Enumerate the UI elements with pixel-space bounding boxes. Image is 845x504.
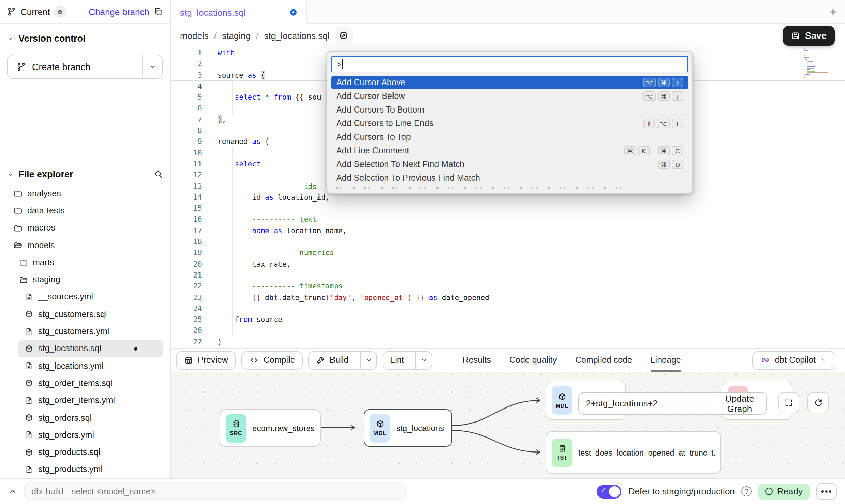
indent-guide xyxy=(232,169,233,181)
tab-lineage[interactable]: Lineage xyxy=(651,349,681,372)
text-caret xyxy=(342,59,343,69)
file-tree-item-staging[interactable]: staging xyxy=(0,271,170,288)
breadcrumb-part[interactable]: staging xyxy=(222,30,251,41)
file-tree-item-stg_customers-sql[interactable]: stg_customers.sql xyxy=(0,306,170,323)
create-branch-dropdown[interactable] xyxy=(142,55,162,78)
palette-item-label: Add Cursors To Bottom xyxy=(336,105,424,115)
code-line-19[interactable]: 19 ---------- numerics xyxy=(171,247,845,258)
code-line-20[interactable]: 20 tax_rate, xyxy=(171,258,845,269)
chevron-up-icon[interactable] xyxy=(8,487,17,496)
file-tree-item-stg_locations-yml[interactable]: stg_locations.yml xyxy=(0,357,170,375)
palette-item-add-selection-to-next-find-match[interactable]: Add Selection To Next Find Match⌘D xyxy=(331,158,688,171)
breadcrumb-part[interactable]: stg_locations.sql xyxy=(264,30,329,41)
tab-compiled-code[interactable]: Compiled code xyxy=(575,349,632,372)
fullscreen-button[interactable] xyxy=(778,392,799,413)
breadcrumb-parts: models/staging/stg_locations.sql xyxy=(180,30,329,41)
file-label: stg_order_items.yml xyxy=(38,396,115,405)
file-tree-item-__sources-yml[interactable]: __sources.yml xyxy=(0,288,170,306)
code-line-27[interactable]: 27) xyxy=(171,336,845,347)
code-line-15[interactable]: 15 xyxy=(171,203,845,214)
code-line-21[interactable]: 21 xyxy=(171,269,845,281)
palette-item-add-cursor-above[interactable]: Add Cursor Above⌥⌘↑ xyxy=(331,76,688,89)
tab-results[interactable]: Results xyxy=(463,349,491,372)
code-line-25[interactable]: 25 from source xyxy=(171,314,845,325)
file-tree-item-analyses[interactable]: analyses xyxy=(0,185,170,202)
code-line-18[interactable]: 18 xyxy=(171,236,845,247)
dbt-command-input[interactable] xyxy=(24,483,406,500)
change-branch-link[interactable]: Change branch xyxy=(89,6,149,17)
lineage-node-source[interactable]: SRC ecom.raw_stores xyxy=(220,409,321,447)
code-line-17[interactable]: 17 name as location_name, xyxy=(171,225,845,236)
preview-button[interactable]: Preview xyxy=(176,351,236,369)
clipped-text xyxy=(336,187,629,189)
new-tab-button[interactable] xyxy=(828,0,838,24)
update-graph-button[interactable]: Update Graph xyxy=(713,393,766,414)
help-icon[interactable]: ? xyxy=(742,486,752,496)
build-button[interactable]: Build xyxy=(309,351,377,369)
create-branch-button[interactable]: Create branch xyxy=(7,55,163,79)
ready-status-badge[interactable]: Ready xyxy=(759,483,810,500)
code-line-16[interactable]: 16 ---------- text xyxy=(171,214,845,225)
version-control-header[interactable]: Version control xyxy=(7,33,163,44)
build-dropdown[interactable] xyxy=(360,352,376,369)
copy-icon[interactable] xyxy=(153,7,163,16)
refresh-button[interactable] xyxy=(807,392,829,413)
line-text: ---------- ids xyxy=(205,180,317,192)
docs-compass-button[interactable] xyxy=(335,27,353,44)
save-button[interactable]: Save xyxy=(783,26,835,46)
code-line-23[interactable]: 23 {{ dbt.date_trunc('day', 'opened_at')… xyxy=(171,292,845,303)
tab-stg-locations-sql[interactable]: stg_locations.sql xyxy=(171,0,307,25)
create-branch-main[interactable]: Create branch xyxy=(8,55,142,78)
keycap: ↓ xyxy=(672,91,683,101)
dbt-copilot-button[interactable]: dbt Copilot xyxy=(752,351,835,369)
file-tree-item-stg_customers-yml[interactable]: stg_customers.yml xyxy=(0,323,170,340)
lineage-selector-input[interactable] xyxy=(579,393,713,414)
palette-item-add-selection-to-previous-find-match[interactable]: Add Selection To Previous Find Match xyxy=(331,171,688,185)
code-line-26[interactable]: 26 xyxy=(171,325,845,336)
more-options-button[interactable]: ••• xyxy=(816,483,837,500)
palette-input[interactable]: > xyxy=(331,56,688,72)
minimap[interactable] xyxy=(804,48,838,78)
file-tree-item-marts[interactable]: marts xyxy=(0,254,170,271)
palette-item-add-cursors-to-line-ends[interactable]: Add Cursors to Line Ends⇧⌥I xyxy=(331,117,688,130)
palette-clipped-row[interactable] xyxy=(331,185,688,190)
file-tree-item-stg_order_items-yml[interactable]: stg_order_items.yml xyxy=(0,392,170,409)
file-tree-item-stg_products-yml[interactable]: stg_products.yml xyxy=(0,461,170,478)
compile-label: Compile xyxy=(264,355,295,365)
code-line-24[interactable]: 24 xyxy=(171,303,845,314)
file-tree-item-models[interactable]: models xyxy=(0,237,170,254)
compile-button[interactable]: Compile xyxy=(242,351,303,369)
palette-item-add-cursors-to-top[interactable]: Add Cursors To Top xyxy=(331,130,688,144)
minimap-line xyxy=(804,77,804,77)
line-number: 1 xyxy=(171,47,205,58)
palette-item-add-cursor-below[interactable]: Add Cursor Below⌥⌘↓ xyxy=(331,89,688,103)
code-line-22[interactable]: 22 ---------- timestamps xyxy=(171,280,845,292)
file-tree-item-stg_order_items-sql[interactable]: stg_order_items.sql xyxy=(0,375,170,392)
tab-code-quality[interactable]: Code quality xyxy=(509,349,557,372)
file-tree-item-data-tests[interactable]: data-tests xyxy=(0,202,170,220)
indent-guide xyxy=(232,214,233,225)
lint-button[interactable]: Lint xyxy=(383,351,432,369)
palette-list: Add Cursor Above⌥⌘↑Add Cursor Below⌥⌘↓Ad… xyxy=(331,76,688,185)
lineage-node-test[interactable]: TST test_does_location_opened_at_trunc_t… xyxy=(546,431,721,474)
line-text xyxy=(205,203,218,214)
lint-dropdown[interactable] xyxy=(416,352,432,369)
file-tree-item-stg_orders-sql[interactable]: stg_orders.sql xyxy=(0,409,170,427)
file-tree-item-stg_locations-sql[interactable]: stg_locations.sql xyxy=(18,340,163,357)
build-main[interactable]: Build xyxy=(309,352,356,369)
file-tree-item-macros[interactable]: macros xyxy=(0,219,170,237)
line-number: 20 xyxy=(171,258,205,269)
shortcut-keys: ⌘D xyxy=(658,160,683,169)
search-icon[interactable] xyxy=(154,170,163,179)
palette-item-add-cursors-to-bottom[interactable]: Add Cursors To Bottom xyxy=(331,103,688,117)
breadcrumb-part[interactable]: models xyxy=(180,30,209,41)
line-number: 2 xyxy=(171,58,205,70)
defer-toggle[interactable]: ✓ xyxy=(597,485,622,498)
lint-main[interactable]: Lint xyxy=(383,352,411,369)
lint-label: Lint xyxy=(390,355,404,365)
file-tree-item-stg_orders-yml[interactable]: stg_orders.yml xyxy=(0,426,170,444)
file-tree-item-stg_products-sql[interactable]: stg_products.sql xyxy=(0,444,170,461)
lineage-node-model[interactable]: MDL stg_locations xyxy=(364,409,452,447)
file-explorer-header[interactable]: File explorer xyxy=(0,169,170,179)
palette-item-add-line-comment[interactable]: Add Line Comment⌘K⌘C xyxy=(331,144,688,158)
